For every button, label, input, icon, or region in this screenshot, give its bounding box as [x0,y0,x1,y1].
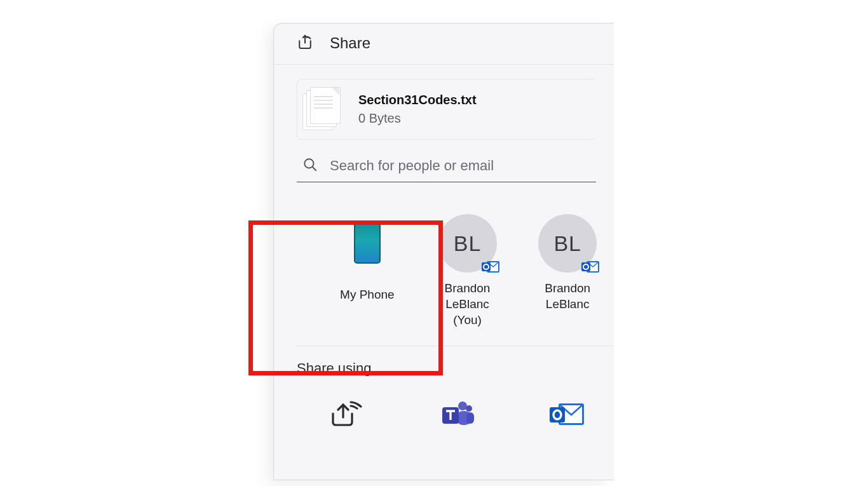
file-meta: Section31Codes.txt 0 Bytes [358,93,477,126]
search-icon [302,156,318,175]
share-target-label: Brandon LeBlanc (You) [434,280,501,328]
share-target-label: Brandon LeBlanc [534,280,601,312]
app-nearby-share[interactable] [321,400,370,430]
file-size: 0 Bytes [358,111,477,126]
outlook-icon [542,400,592,430]
share-target-contact[interactable]: BL Brandon LeBlanc [534,214,601,328]
search-input[interactable] [330,158,590,174]
avatar: BL [438,214,497,273]
share-using-label: Share using [274,346,614,377]
svg-line-1 [313,167,316,171]
svg-point-0 [304,159,313,168]
phone-icon [338,220,397,279]
avatar: BL [538,214,597,273]
share-apps [274,377,614,430]
panel-title: Share [330,34,370,52]
outlook-badge-icon [581,259,600,275]
svg-rect-13 [466,412,474,424]
teams-icon [431,400,481,430]
share-target-label: My Phone [334,287,401,302]
nearby-share-icon [321,400,370,430]
file-card: Section31Codes.txt 0 Bytes [297,79,596,140]
file-name: Section31Codes.txt [358,93,477,107]
search-row[interactable] [297,151,596,182]
outlook-badge-icon [482,259,501,275]
file-icon [302,87,342,132]
share-target-contact-you[interactable]: BL Brandon LeBlanc (You) [434,214,501,328]
share-target-my-phone[interactable]: My Phone [334,214,401,328]
app-outlook[interactable] [542,400,592,430]
share-panel: Share Section31Codes.txt 0 Bytes [273,23,614,480]
share-targets: My Phone BL Brandon LeBlan [297,185,614,346]
panel-header: Share [274,24,614,65]
svg-point-11 [466,405,472,412]
app-teams[interactable] [431,400,481,430]
share-icon [295,32,315,54]
svg-point-10 [458,402,467,410]
